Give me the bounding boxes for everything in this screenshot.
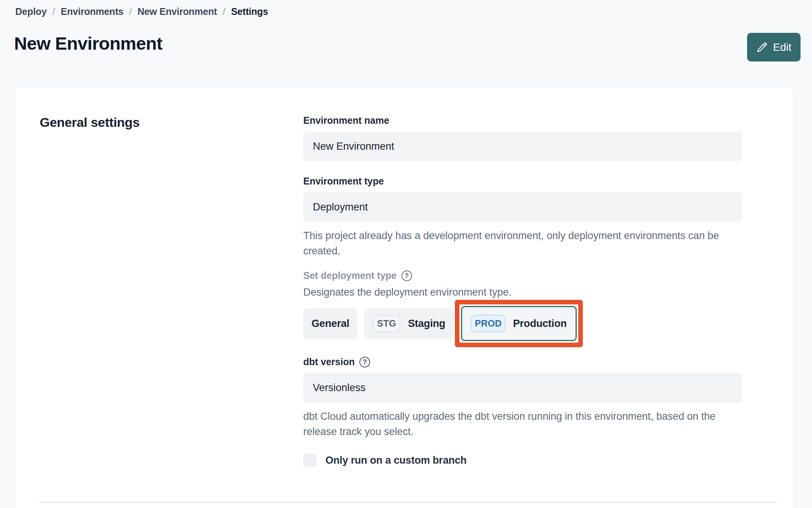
environment-type-helper: This project already has a development e… (303, 228, 727, 259)
breadcrumb: Deploy / Environments / New Environment … (15, 6, 268, 17)
deployment-type-staging-label: Staging (408, 318, 445, 330)
stg-badge: STG (373, 315, 400, 332)
custom-branch-row: Only run on a custom branch (303, 454, 742, 467)
question-mark-circle-icon[interactable]: ? (359, 357, 370, 367)
deployment-type-description: Designates the deployment environment ty… (303, 286, 742, 298)
environment-name-input[interactable]: New Environment (303, 131, 742, 161)
pencil-icon (756, 42, 768, 53)
environment-name-value: New Environment (313, 141, 394, 152)
deployment-type-general-label: General (311, 318, 349, 330)
breadcrumb-separator: / (223, 6, 225, 17)
breadcrumb-environments[interactable]: Environments (61, 6, 123, 17)
deployment-type-label-row: Set deployment type ? (303, 270, 742, 281)
edit-button-label: Edit (773, 41, 791, 53)
dbt-version-label: dbt version (303, 356, 355, 367)
prod-badge: PROD (471, 315, 505, 332)
page-title: New Environment (14, 33, 162, 54)
dbt-version-label-row: dbt version ? (303, 356, 742, 367)
environment-name-label: Environment name (303, 115, 742, 126)
breadcrumb-separator: / (52, 6, 55, 17)
breadcrumb-settings[interactable]: Settings (231, 6, 268, 17)
deployment-type-options: General STG Staging PROD Production (303, 300, 742, 347)
deployment-type-production-label: Production (513, 318, 567, 330)
deployment-type-general-button[interactable]: General (303, 308, 357, 339)
question-mark-circle-icon[interactable]: ? (401, 270, 412, 281)
custom-branch-checkbox[interactable] (303, 454, 316, 467)
section-divider (39, 502, 776, 503)
annotation-highlight-box: PROD Production (455, 300, 583, 347)
deployment-type-staging-button[interactable]: STG Staging (364, 308, 454, 339)
environment-type-label: Environment type (303, 176, 742, 187)
environment-type-value: Deployment (313, 201, 368, 213)
dbt-version-helper: dbt Cloud automatically upgrades the dbt… (303, 409, 727, 439)
dbt-version-input[interactable]: Versionless (303, 373, 742, 403)
environment-type-input[interactable]: Deployment (303, 192, 742, 222)
breadcrumb-new-environment[interactable]: New Environment (137, 6, 217, 17)
breadcrumb-separator: / (129, 6, 132, 17)
general-settings-card: General settings Environment name New En… (14, 87, 794, 508)
deployment-type-label: Set deployment type (303, 270, 397, 281)
edit-button[interactable]: Edit (747, 33, 801, 61)
dbt-version-value: Versionless (313, 382, 366, 394)
deployment-type-production-button[interactable]: PROD Production (461, 306, 577, 341)
breadcrumb-deploy[interactable]: Deploy (15, 6, 47, 17)
section-title: General settings (40, 115, 303, 130)
custom-branch-label: Only run on a custom branch (325, 455, 467, 466)
